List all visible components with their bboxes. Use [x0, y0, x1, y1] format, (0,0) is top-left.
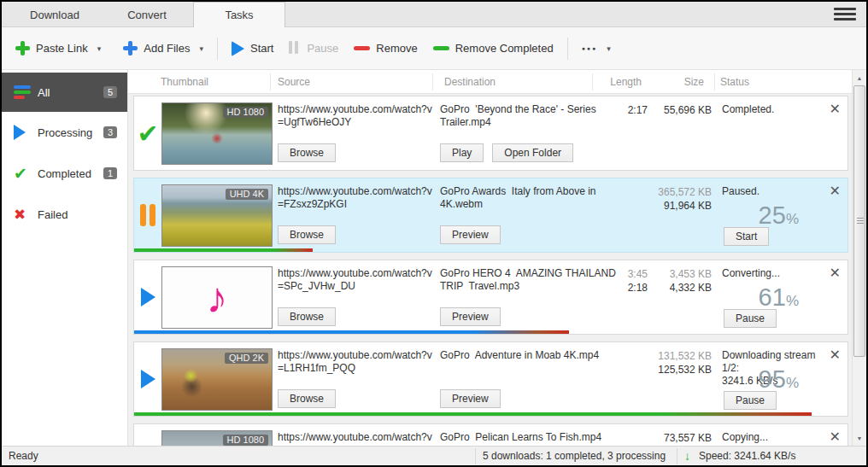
resolution-badge: HD 1080 — [223, 435, 268, 446]
column-source: Source — [278, 76, 310, 88]
status-cell: Copying... — [722, 431, 823, 444]
resolution-badge: HD 1080 — [223, 107, 268, 118]
browse-button[interactable]: Browse — [278, 143, 336, 162]
source-url: https://www.youtube.com/watch?v=FZsxz9Zp… — [278, 185, 435, 211]
chevron-down-icon[interactable]: ▾ — [199, 44, 203, 53]
sidebar-item-label: Completed — [38, 167, 103, 180]
close-icon[interactable]: ✕ — [830, 429, 841, 445]
pause-label: Pause — [307, 42, 338, 55]
size-cell: 55,696 KB — [652, 103, 712, 117]
row-action-button[interactable]: Start — [724, 227, 769, 246]
more-button[interactable]: ●●● ▾ — [582, 44, 611, 53]
all-tasks-icon — [14, 85, 38, 100]
close-icon[interactable]: ✕ — [830, 347, 841, 363]
row-state-icon — [134, 342, 161, 416]
remove-button[interactable]: Remove — [354, 42, 417, 55]
sidebar-item-all[interactable]: All 5 — [2, 73, 127, 112]
start-label: Start — [250, 42, 273, 55]
paste-link-button[interactable]: Paste Link ▾ — [15, 41, 101, 55]
start-button[interactable]: Start — [232, 41, 273, 56]
menu-icon[interactable] — [834, 8, 856, 23]
destination-filename: GoPro 'Beyond the Race' - Series Trailer… — [440, 103, 623, 129]
vertical-scrollbar[interactable]: ▲ ▼ — [852, 70, 866, 446]
row-state-icon — [134, 178, 161, 252]
status-bar: Ready 5 downloads: 1 completed, 3 proces… — [2, 446, 866, 466]
video-thumbnail: HD 1080 — [161, 102, 273, 165]
progress-percent: 95% — [720, 365, 799, 394]
music-note-icon: ♪ — [162, 267, 272, 328]
processing-play-icon — [14, 125, 38, 140]
paste-link-label: Paste Link — [36, 42, 88, 55]
length-cell: 3:452:18 — [600, 267, 648, 295]
progress-bar — [134, 330, 569, 334]
resolution-badge: UHD 4K — [226, 189, 268, 200]
progress-bar — [134, 248, 313, 252]
sidebar-item-failed[interactable]: ✖ Failed — [2, 194, 127, 235]
source-url: https://www.youtube.com/watch?v=SPc_JVHw… — [278, 267, 435, 293]
chevron-down-icon[interactable]: ▾ — [97, 44, 102, 53]
remove-label: Remove — [376, 42, 417, 55]
completed-check-icon: ✔ — [14, 164, 38, 184]
scroll-up-icon[interactable]: ▲ — [853, 71, 866, 85]
row-action-button[interactable]: Pause — [724, 391, 777, 410]
size-cell: 131,532 KB125,532 KB — [652, 349, 712, 377]
remove-completed-button[interactable]: Remove Completed — [433, 42, 554, 55]
play-button[interactable]: Play — [440, 143, 484, 162]
preview-button[interactable]: Preview — [440, 389, 501, 408]
tab-tasks[interactable]: Tasks — [193, 2, 285, 27]
resolution-badge: QHD 2K — [225, 353, 268, 364]
minus-icon — [433, 46, 449, 50]
destination-filename: GoPro Awards Italy from Above in 4K.webm — [440, 185, 623, 211]
column-length: Length — [599, 76, 642, 88]
speed-down-arrow-icon: ↓ — [684, 449, 690, 463]
chevron-down-icon: ▾ — [607, 44, 611, 53]
close-icon[interactable]: ✕ — [830, 183, 841, 199]
pause-icon — [289, 41, 301, 56]
task-row[interactable]: ✔ HD 1080 https://www.youtube.com/watch?… — [133, 96, 848, 171]
close-icon[interactable]: ✕ — [830, 265, 841, 281]
column-destination: Destination — [444, 76, 496, 88]
plus-icon — [123, 41, 138, 55]
toolbar: Paste Link ▾ Add Files ▾ Start Pause Rem… — [2, 27, 866, 70]
browse-button[interactable]: Browse — [278, 389, 336, 408]
browse-button[interactable]: Browse — [278, 225, 336, 244]
destination-filename: GoPro HERO 4 AMAZING THAILAND TRIP Trave… — [440, 267, 623, 293]
status-cell: Converting... — [722, 267, 823, 280]
preview-button[interactable]: Preview — [440, 225, 501, 244]
open-folder-button[interactable]: Open Folder — [492, 143, 573, 162]
tab-convert[interactable]: Convert — [101, 2, 193, 26]
main-area: All 5 Processing 3 ✔ Completed 1 ✖ Faile… — [2, 70, 866, 446]
add-files-button[interactable]: Add Files ▾ — [123, 41, 203, 55]
play-icon — [232, 41, 244, 56]
task-row[interactable]: ♪ https://www.youtube.com/watch?v=SPc_JV… — [133, 260, 848, 335]
table-header: Thumbnail Source Destination Length Size… — [128, 70, 852, 94]
count-badge: 1 — [103, 167, 117, 179]
row-action-button[interactable]: Pause — [724, 309, 777, 328]
destination-filename: GoPro Pelican Learns To Fish.mp4 — [440, 431, 623, 444]
sidebar-item-processing[interactable]: Processing 3 — [2, 112, 127, 153]
progress-percent: 61% — [720, 283, 799, 312]
row-state-icon — [134, 424, 161, 446]
toolbar-separator — [217, 38, 218, 60]
task-row[interactable]: QHD 2K https://www.youtube.com/watch?v=L… — [133, 341, 848, 417]
scroll-down-icon[interactable]: ▼ — [853, 431, 866, 445]
more-dots-icon: ●●● — [582, 45, 598, 51]
source-url: https://www.youtube.com/watch?v=UgfTw6He… — [278, 103, 435, 129]
task-table: Thumbnail Source Destination Length Size… — [128, 70, 852, 446]
tab-download[interactable]: Download — [9, 2, 101, 26]
task-row[interactable]: UHD 4K https://www.youtube.com/watch?v=F… — [133, 178, 848, 253]
app-window: Download Convert Tasks Paste Link ▾ Add … — [0, 0, 868, 467]
browse-button[interactable]: Browse — [278, 307, 336, 326]
sidebar-item-label: Failed — [38, 208, 117, 221]
length-cell: 2:17 — [600, 103, 648, 117]
task-row[interactable]: HD 1080 https://www.youtube.com/watch?v=… — [133, 423, 848, 446]
scrollbar-thumb[interactable] — [853, 85, 865, 357]
status-cell: Completed. — [722, 103, 823, 116]
sidebar-item-completed[interactable]: ✔ Completed 1 — [2, 153, 127, 194]
close-icon[interactable]: ✕ — [830, 101, 841, 117]
minus-icon — [354, 46, 370, 50]
video-thumbnail: QHD 2K — [161, 348, 273, 411]
pause-button[interactable]: Pause — [289, 41, 338, 56]
count-badge: 3 — [103, 126, 117, 138]
preview-button[interactable]: Preview — [440, 307, 501, 326]
